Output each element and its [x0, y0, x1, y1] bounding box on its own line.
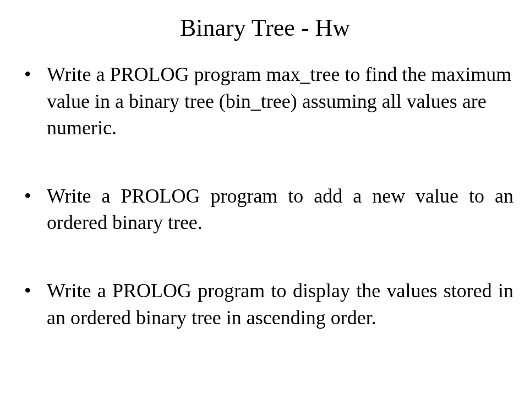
bullet-item: Write a PROLOG program to display the va…	[17, 277, 513, 331]
bullet-item: Write a PROLOG program max_tree to find …	[17, 61, 513, 141]
bullet-text: Write a PROLOG program max_tree to find …	[47, 63, 511, 139]
bullet-text: Write a PROLOG program to display the va…	[47, 280, 513, 329]
bullet-list: Write a PROLOG program max_tree to find …	[17, 61, 513, 331]
bullet-text: Write a PROLOG program to add a new valu…	[47, 185, 513, 234]
slide-title: Binary Tree - Hw	[17, 14, 513, 42]
bullet-item: Write a PROLOG program to add a new valu…	[17, 183, 513, 236]
